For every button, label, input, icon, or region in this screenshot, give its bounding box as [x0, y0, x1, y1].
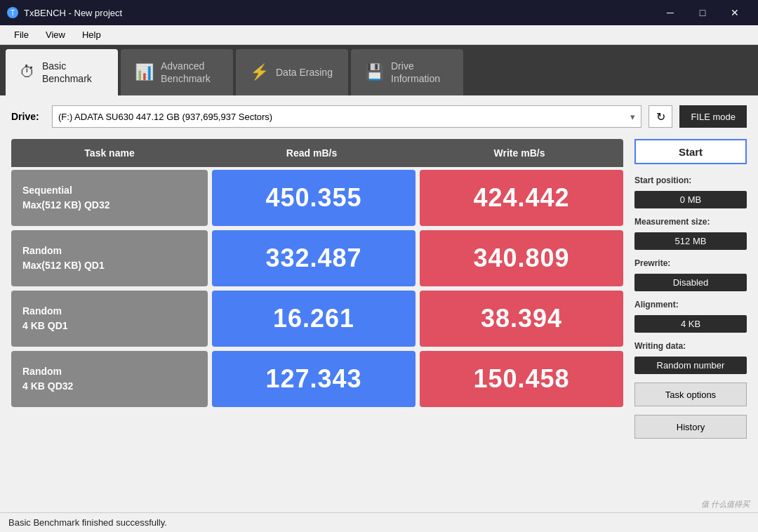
drive-select[interactable]: (F:) ADATA SU630 447.12 GB (937,695,937 … — [52, 105, 641, 128]
benchmark-rows: Sequential Max(512 KB) QD32 450.355 424.… — [11, 170, 623, 407]
row-2-label: Random Max(512 KB) QD1 — [11, 230, 208, 286]
advanced-benchmark-icon: 📊 — [135, 63, 154, 81]
drive-label: Drive: — [11, 111, 45, 122]
alignment-label: Alignment: — [634, 300, 747, 310]
status-bar: Basic Benchmark finished successfully. — [0, 512, 758, 532]
content-area: Drive: (F:) ADATA SU630 447.12 GB (937,6… — [0, 95, 758, 448]
status-text: Basic Benchmark finished successfully. — [8, 517, 167, 528]
window-controls: ─ □ ✕ — [654, 0, 751, 25]
row-1-label: Sequential Max(512 KB) QD32 — [11, 170, 208, 226]
start-button[interactable]: Start — [634, 139, 747, 164]
watermark: 值 什么值得买 — [701, 499, 750, 510]
prewrite-value: Disabled — [634, 274, 747, 291]
header-write: Write mB/s — [415, 147, 623, 159]
alignment-value: 4 KB — [634, 315, 747, 333]
writing-data-label: Writing data: — [634, 341, 747, 351]
start-position-label: Start position: — [634, 175, 747, 185]
row-2-read: 332.487 — [212, 230, 415, 286]
window-title: TxBENCH - New project — [24, 8, 122, 18]
menu-help[interactable]: Help — [74, 27, 109, 43]
tab-erase-label: Data Erasing — [276, 66, 333, 79]
drive-info-icon: 💾 — [365, 63, 384, 81]
prewrite-label: Prewrite: — [634, 258, 747, 268]
tab-drive-information[interactable]: 💾 DriveInformation — [351, 49, 463, 95]
basic-benchmark-icon: ⏱ — [20, 63, 35, 81]
benchmark-table: Task name Read mB/s Write mB/s Sequentia… — [11, 139, 623, 439]
row-4-label: Random 4 KB QD32 — [11, 351, 208, 407]
header-read: Read mB/s — [208, 147, 415, 159]
sidebar: Start Start position: 0 MB Measurement s… — [634, 139, 747, 439]
history-button[interactable]: History — [634, 415, 747, 439]
drive-row: Drive: (F:) ADATA SU630 447.12 GB (937,6… — [11, 105, 747, 128]
table-row: Random 4 KB QD1 16.261 38.394 — [11, 291, 623, 347]
minimize-button[interactable]: ─ — [654, 0, 686, 25]
table-header: Task name Read mB/s Write mB/s — [11, 139, 623, 167]
menu-bar: File View Help — [0, 25, 758, 45]
task-options-button[interactable]: Task options — [634, 383, 747, 406]
row-3-read: 16.261 — [212, 291, 415, 347]
tab-advanced-benchmark[interactable]: 📊 AdvancedBenchmark — [121, 49, 233, 95]
maximize-button[interactable]: □ — [686, 0, 719, 25]
main-layout: Task name Read mB/s Write mB/s Sequentia… — [11, 139, 747, 439]
tab-advanced-label: AdvancedBenchmark — [161, 60, 211, 85]
app-icon: T — [7, 7, 18, 18]
row-4-write: 150.458 — [420, 351, 623, 407]
close-button[interactable]: ✕ — [719, 0, 751, 25]
title-bar: T TxBENCH - New project ─ □ ✕ — [0, 0, 758, 25]
header-task: Task name — [11, 147, 208, 159]
data-erasing-icon: ⚡ — [250, 63, 269, 81]
drive-dropdown-arrow: ▾ — [630, 112, 635, 122]
row-2-write: 340.809 — [420, 230, 623, 286]
writing-data-value: Random number — [634, 357, 747, 374]
row-4-read: 127.343 — [212, 351, 415, 407]
row-1-read: 450.355 — [212, 170, 415, 226]
measurement-size-value: 512 MB — [634, 232, 747, 250]
start-position-value: 0 MB — [634, 191, 747, 208]
row-3-label: Random 4 KB QD1 — [11, 291, 208, 347]
refresh-icon: ↻ — [656, 110, 665, 124]
tab-data-erasing[interactable]: ⚡ Data Erasing — [236, 49, 348, 95]
table-row: Random Max(512 KB) QD1 332.487 340.809 — [11, 230, 623, 286]
tab-basic-benchmark[interactable]: ⏱ BasicBenchmark — [6, 49, 118, 95]
measurement-size-label: Measurement size: — [634, 217, 747, 227]
drive-select-value: (F:) ADATA SU630 447.12 GB (937,695,937 … — [58, 112, 272, 122]
table-row: Random 4 KB QD32 127.343 150.458 — [11, 351, 623, 407]
menu-file[interactable]: File — [6, 27, 37, 43]
row-3-write: 38.394 — [420, 291, 623, 347]
row-1-write: 424.442 — [420, 170, 623, 226]
menu-view[interactable]: View — [37, 27, 74, 43]
file-mode-button[interactable]: FILE mode — [679, 105, 747, 128]
drive-refresh-button[interactable]: ↻ — [649, 105, 672, 128]
tab-driveinfo-label: DriveInformation — [391, 60, 440, 85]
tab-bar: ⏱ BasicBenchmark 📊 AdvancedBenchmark ⚡ D… — [0, 45, 758, 95]
tab-basic-label: BasicBenchmark — [42, 60, 92, 85]
table-row: Sequential Max(512 KB) QD32 450.355 424.… — [11, 170, 623, 226]
